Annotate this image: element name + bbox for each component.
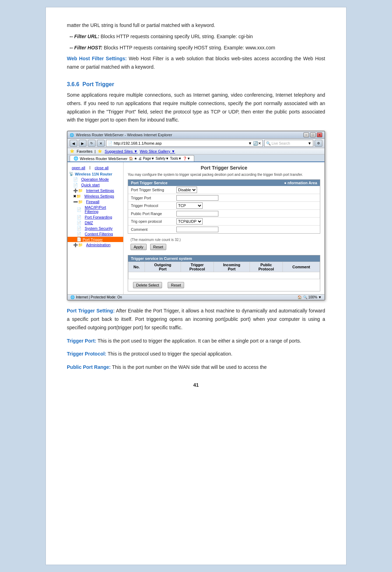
syssec-link[interactable]: System Security [83,226,114,231]
form-buttons: Apply Reset [128,242,320,251]
max-rule-note: (The maximum rule count is 32.) [128,237,320,242]
col-outgoing: OutgoingPort [145,262,181,272]
page-icon-qs: 📄 [73,183,78,187]
sidebar-item-quick-start[interactable]: 📄 Quick start [68,182,123,188]
quick-start-link[interactable]: Quick start [79,182,102,187]
trigger-table-buttons: Delete Select Reset [128,279,320,291]
favorites-label: Favorites [77,149,92,153]
suggested-sites[interactable]: Suggested Sites ▼ [105,149,138,153]
port-trigger-form: Port Trigger Service ● nformation Area P… [128,179,320,234]
op-mode-link[interactable]: Operation Mode [79,177,111,182]
browser-title: 🌐 Wireless Router WebServer - Windows In… [70,133,172,137]
close-button[interactable]: × [317,132,322,137]
web-host-para: Web Host Filter Settings: Web Host Filte… [67,55,325,71]
minimize-button[interactable]: − [303,132,309,137]
sidebar-item-router[interactable]: 📡 Wireless 11N Router [68,171,123,177]
setting-label: Port Trigger Setting [131,188,176,192]
firewall-link[interactable]: Firewall [84,199,102,204]
port-trigger-setting-select[interactable]: Disable Enable [176,187,197,193]
close-all-link[interactable]: close all [92,165,111,170]
browser-titlebar: 🌐 Wireless Router WebServer - Windows In… [68,131,324,139]
search-bar[interactable]: 🔍 Live Search ▼ [264,140,313,147]
desc-trigger-protocol: Trigger Protocol: This is the protocol u… [67,350,325,358]
sidebar-item-admin[interactable]: ➕📁 Administration [68,242,123,248]
desc-label-1: Trigger Port: [67,338,96,344]
col-public-proto: PublicProtocol [250,262,283,272]
safety-menu[interactable]: Safety▼ [155,157,169,160]
star-icon[interactable]: ★ [134,157,137,160]
form-header: Port Trigger Service ● nformation Area [128,180,320,186]
stop-icon: ✕ [258,141,261,146]
tools-button[interactable]: ⚙ [315,140,322,147]
home-icon[interactable]: 🏠 [129,157,133,160]
print-icon[interactable]: 🖨 [138,157,142,160]
sidebar-item-operation-mode[interactable]: 📄 Operation Mode [68,177,123,182]
public-port-input[interactable] [176,211,218,216]
status-right: 🏠 🔍 100% ▼ [298,295,322,299]
internet-link[interactable]: Internet Settings [84,188,116,193]
trig-open-label: Trig open protocol [131,219,176,223]
desc-text-3: This is the port number on the WAN side … [112,364,267,370]
web-slice-link[interactable]: Web Slice Gallery ▼ [140,149,175,153]
delete-select-button[interactable]: Delete Select [133,282,162,288]
desc-public-port-range: Public Port Range: This is the port numb… [67,363,325,372]
tools-menu[interactable]: Tools▼ [170,157,182,160]
section-heading: 3.6.6 Port Trigger [67,81,325,88]
trigger-protocol-select[interactable]: TCP UDP TCP&UDP [176,202,203,209]
active-tab[interactable]: 🌐 Wireless Router WebServer 🏠 ★ 🖨 Page▼ … [70,155,194,161]
restore-button[interactable]: □ [310,132,316,137]
reset-button[interactable]: Reset [150,244,167,250]
browser-controls[interactable]: − □ × [303,132,322,137]
reset-table-button[interactable]: Reset [168,282,184,288]
sidebar-item-wireless[interactable]: ✖📁 Wireless Settings [68,193,123,199]
sidebar-item-port-trigger[interactable]: 📄 Port Trigger [68,237,123,242]
back-button[interactable]: ◀ [70,140,77,147]
sidebar-item-internet[interactable]: ➕📁 Internet Settings [68,188,123,193]
sidebar-item-dmz[interactable]: 📄 DMZ [68,220,123,226]
stop-button[interactable]: ✕ [97,140,105,147]
page-menu[interactable]: Page▼ [143,157,154,160]
trigger-table: No. OutgoingPort TriggerProtocol Incomin… [128,262,320,279]
refresh-icon: 🔄 [253,141,258,146]
trig-open-select[interactable]: TCP UDP TCP&UDP [176,218,203,225]
forward-button[interactable]: ▶ [79,140,86,147]
desc-label-0: Port Trigger Setting: [67,308,115,313]
bar-separator: | [94,149,96,153]
desc-label-3: Public Port Range: [67,364,111,370]
filter-url-desc: Blocks HTTP requests containing specify … [100,34,253,39]
favorites-star-icon: ⭐ [70,149,75,153]
address-bar[interactable]: 📄 http://192.168.1.1/home.asp ▼ 🔄 ✕ [106,140,263,147]
status-left: 🌐 Internet | Protected Mode: On [70,295,122,299]
trigger-port-input[interactable] [176,195,218,201]
content-filter-link[interactable]: Content Filtering [83,232,115,236]
form-row-public-port: Public Port Range [128,210,320,218]
open-all-link[interactable]: open all [70,165,88,170]
page-number: 41 [67,382,325,388]
admin-link[interactable]: Administration [84,242,113,247]
help-icon[interactable]: ❓▼ [183,157,190,160]
open-close-bar: open all | close all [68,164,123,171]
page-icon-dmz: 📄 [77,221,82,225]
form-row-trig-open: Trig open protocol TCP UDP TCP&UDP [128,218,320,226]
section-intro: Some applications require multiple conne… [67,91,325,124]
search-dropdown-icon: ▼ [308,141,312,145]
mac-filter-link[interactable]: MAC/IP/Port Filtering [83,205,121,214]
sidebar-item-syssec[interactable]: 📄 System Security [68,226,123,231]
apply-button[interactable]: Apply [131,244,147,250]
browser-window: 🌐 Wireless Router WebServer - Windows In… [67,131,325,301]
refresh-button[interactable]: ↻ [88,140,96,147]
sidebar-item-firewall[interactable]: ➖📁 Firewall [68,199,123,205]
sidebar-item-content-filter[interactable]: 📄 Content Filtering [68,231,123,237]
sidebar-item-mac-filter[interactable]: 📄 MAC/IP/Port Filtering [68,205,123,214]
port-fwd-link[interactable]: Port Forwarding [83,215,114,220]
form-row-setting: Port Trigger Setting Disable Enable [128,186,320,194]
sidebar-item-port-fwd[interactable]: 📄 Port Forwarding [68,214,123,220]
dmz-link[interactable]: DMZ [83,220,95,225]
filter-url-para: -- Filter URL: Blocks HTTP requests cont… [67,33,325,41]
folder-icon-firewall: ➖📁 [73,200,83,204]
suggested-icon: ⭐ [98,149,102,153]
wireless-link[interactable]: Wireless Settings [82,194,116,199]
comment-input[interactable] [176,227,218,232]
page-container: matter the URL string is found full or p… [46,7,346,565]
col-trigger-proto: TriggerProtocol [181,262,214,272]
